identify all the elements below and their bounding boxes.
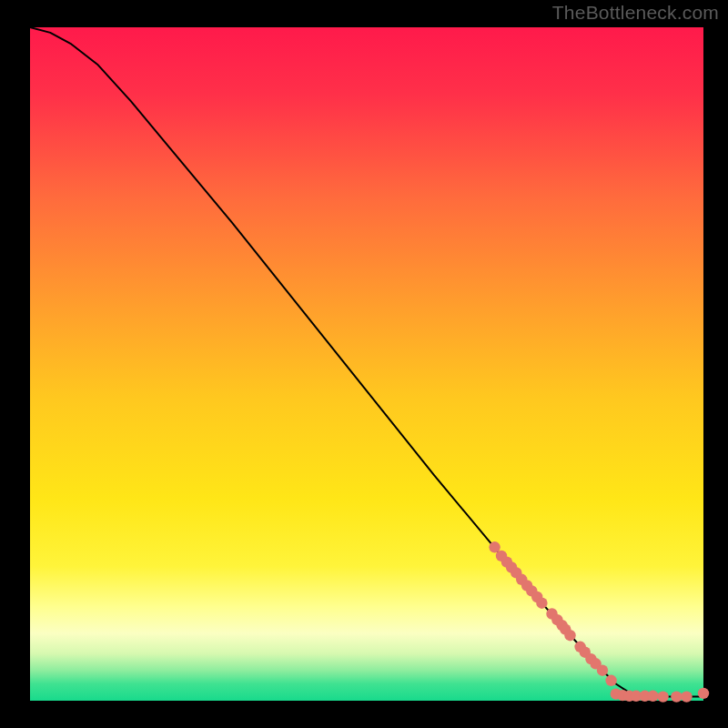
data-marker	[536, 598, 547, 609]
data-marker	[597, 665, 608, 676]
gradient-panel	[30, 27, 703, 701]
data-marker	[698, 688, 709, 699]
data-marker	[564, 630, 575, 641]
data-marker	[657, 691, 668, 702]
data-marker	[681, 691, 692, 702]
data-marker	[671, 691, 682, 702]
data-marker	[605, 675, 616, 686]
bottleneck-chart	[0, 0, 728, 728]
data-marker	[647, 691, 658, 702]
chart-stage: TheBottleneck.com	[0, 0, 728, 728]
watermark-text: TheBottleneck.com	[552, 2, 719, 24]
